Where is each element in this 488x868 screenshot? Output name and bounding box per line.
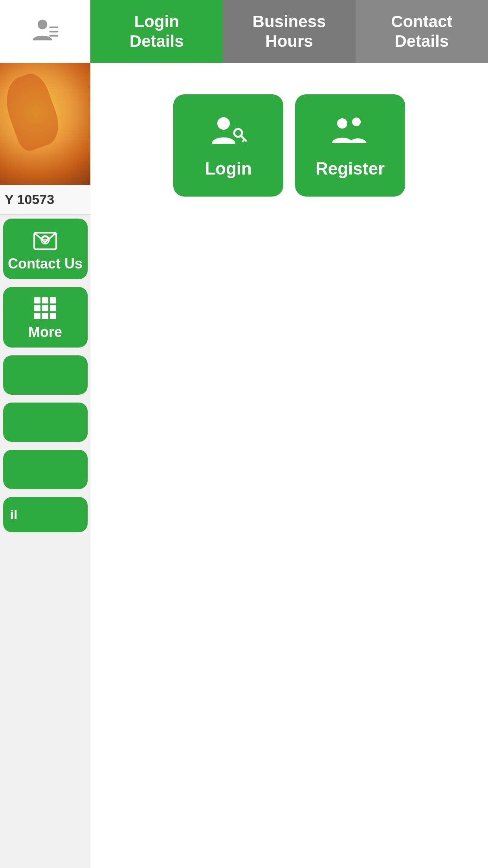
svg-rect-8	[50, 297, 56, 303]
header: Login Details Business Hours Contact Det…	[0, 0, 488, 63]
svg-rect-7	[42, 297, 48, 303]
sidebar-image	[0, 63, 90, 185]
svg-rect-2	[50, 31, 59, 32]
svg-rect-9	[34, 305, 40, 311]
svg-point-15	[217, 117, 230, 130]
svg-rect-13	[42, 313, 48, 319]
sidebar: Y 10573 Contact Us More	[0, 63, 90, 868]
sidebar-button-empty-3[interactable]	[3, 450, 88, 489]
svg-rect-10	[42, 305, 48, 311]
svg-point-20	[352, 118, 361, 126]
tab-bar: Login Details Business Hours Contact Det…	[90, 0, 488, 63]
tab-contact-details[interactable]: Contact Details	[356, 0, 488, 63]
svg-rect-14	[50, 313, 56, 319]
tab-business-hours[interactable]: Business Hours	[223, 0, 355, 63]
svg-point-19	[337, 118, 347, 129]
main-content: Login Register	[90, 63, 488, 868]
profile-icon	[31, 17, 59, 46]
svg-rect-1	[50, 27, 59, 28]
svg-rect-3	[50, 35, 59, 37]
email-icon	[33, 227, 58, 252]
login-label: Login	[205, 159, 252, 178]
more-button[interactable]: More	[3, 287, 88, 348]
svg-rect-12	[34, 313, 40, 319]
tab-login-details[interactable]: Login Details	[90, 0, 223, 63]
login-button[interactable]: Login	[173, 94, 283, 197]
contact-us-button[interactable]: Contact Us	[3, 219, 88, 279]
register-icon	[330, 112, 370, 152]
action-buttons: Login Register	[173, 94, 405, 197]
sidebar-button-empty-1[interactable]	[3, 355, 88, 395]
sidebar-button-empty-2[interactable]	[3, 403, 88, 442]
sidebar-address: Y 10573	[0, 185, 90, 215]
sidebar-button-partial[interactable]: il	[3, 497, 88, 532]
register-button[interactable]: Register	[295, 94, 405, 197]
contact-us-label: Contact Us	[8, 256, 83, 272]
svg-rect-11	[50, 305, 56, 311]
login-icon	[209, 112, 248, 152]
register-label: Register	[316, 159, 385, 178]
more-label: More	[28, 324, 62, 340]
grid-icon	[33, 296, 58, 321]
svg-point-0	[38, 20, 48, 29]
svg-line-18	[243, 139, 244, 142]
profile-area	[0, 0, 90, 63]
partial-label: il	[10, 507, 18, 522]
svg-rect-6	[34, 297, 40, 303]
